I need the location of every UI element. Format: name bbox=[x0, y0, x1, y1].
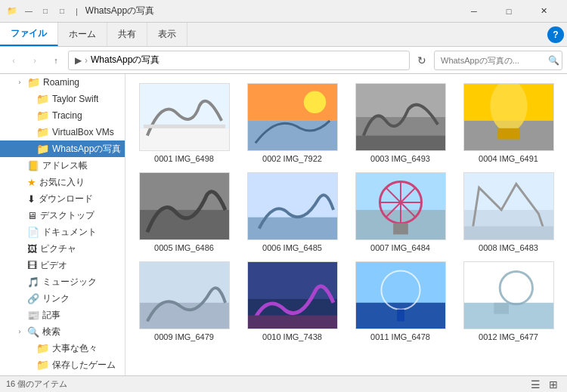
photo-label: 0011 IMG_6478 bbox=[370, 332, 430, 341]
folder-icon: 📁 bbox=[36, 342, 49, 354]
photo-item-0011[interactable]: 0011 IMG_6478 bbox=[348, 258, 453, 344]
svg-point-7 bbox=[303, 91, 326, 113]
sidebar-item-label: デスクトップ bbox=[40, 209, 94, 222]
photo-label: 0006 IMG_6485 bbox=[262, 243, 322, 252]
expand-icon bbox=[15, 211, 24, 220]
svg-rect-10 bbox=[356, 136, 445, 151]
sidebar-item-search[interactable]: › 🔍 検索 bbox=[0, 323, 125, 340]
expand-icon: › bbox=[15, 327, 24, 336]
star-icon: ★ bbox=[27, 177, 36, 188]
sidebar-item-articles[interactable]: 📰 記事 bbox=[0, 307, 125, 323]
close-button[interactable]: ✕ bbox=[526, 0, 561, 23]
search-input[interactable] bbox=[441, 56, 545, 65]
addressbook-icon: 📒 bbox=[27, 160, 39, 171]
sidebar-item-saved[interactable]: 📁 保存したゲーム bbox=[0, 357, 125, 373]
sidebar-item-pictures[interactable]: 🖼 ピクチャ bbox=[0, 240, 125, 257]
title-bar: 📁 — □ □ | WhatsAppの写真 ─ □ ✕ bbox=[0, 0, 567, 23]
tab-view[interactable]: 表示 bbox=[147, 23, 187, 46]
folder-icon: 📁 bbox=[6, 5, 18, 17]
svg-rect-35 bbox=[248, 262, 337, 299]
main-area: › 📁 Roaming 📁 Taylor Swift 📁 Tracing 📁 V… bbox=[0, 74, 567, 375]
photo-item-0005[interactable]: 0005 IMG_6486 bbox=[132, 169, 237, 255]
photo-thumbnail bbox=[247, 172, 338, 240]
sidebar-item-taylor-swift[interactable]: 📁 Taylor Swift bbox=[0, 91, 125, 107]
tab-file[interactable]: ファイル bbox=[0, 23, 58, 46]
sidebar-item-videos[interactable]: 🎞 ビデオ bbox=[0, 257, 125, 273]
dash-icon: — bbox=[23, 5, 35, 17]
photo-thumbnail bbox=[463, 261, 554, 329]
photo-item-0007[interactable]: 0007 IMG_6484 bbox=[348, 169, 453, 255]
photo-item-0010[interactable]: 0010 IMG_7438 bbox=[240, 258, 345, 344]
expand-icon bbox=[15, 227, 24, 236]
svg-rect-33 bbox=[140, 262, 229, 303]
picture-icon: 🖼 bbox=[27, 243, 37, 255]
svg-rect-28 bbox=[393, 224, 408, 235]
refresh-button[interactable]: ↻ bbox=[413, 51, 431, 69]
forward-button[interactable]: › bbox=[26, 51, 44, 69]
photo-item-0008[interactable]: 0008 IMG_6483 bbox=[456, 169, 561, 255]
sidebar-item-whatsapp[interactable]: 📁 WhatsAppの写真 bbox=[0, 140, 125, 157]
title-sep: | bbox=[76, 7, 78, 16]
photo-item-0006[interactable]: 0006 IMG_6485 bbox=[240, 169, 345, 255]
sidebar-item-label: 検索 bbox=[42, 326, 60, 338]
sidebar-item-misc[interactable]: 📁 大事な色々 bbox=[0, 340, 125, 357]
tab-share[interactable]: 共有 bbox=[107, 23, 147, 46]
sidebar-item-roaming[interactable]: › 📁 Roaming bbox=[0, 74, 125, 91]
photo-thumbnail bbox=[355, 83, 446, 151]
sidebar-item-label: ダウンロード bbox=[39, 193, 93, 205]
photo-item-0002[interactable]: 0002 IMG_7922 bbox=[240, 80, 345, 166]
svg-rect-38 bbox=[356, 262, 445, 303]
photo-thumbnail bbox=[139, 172, 230, 240]
sidebar-item-favorites[interactable]: ★ お気に入り bbox=[0, 174, 125, 190]
sidebar-item-address[interactable]: 📒 アドレス帳 bbox=[0, 157, 125, 174]
sidebar-item-label: WhatsAppの写真 bbox=[52, 143, 121, 156]
sidebar-item-desktop[interactable]: 🖥 デスクトップ bbox=[0, 207, 125, 224]
download-icon: ⬇ bbox=[27, 193, 36, 205]
sidebar-item-label: リンク bbox=[42, 292, 70, 305]
photo-item-0003[interactable]: 0003 IMG_6493 bbox=[348, 80, 453, 166]
desktop-icon: 🖥 bbox=[27, 210, 37, 221]
photo-thumbnail bbox=[139, 261, 230, 329]
sidebar-item-label: VirtualBox VMs bbox=[52, 127, 114, 137]
svg-rect-20 bbox=[248, 218, 337, 240]
sidebar-item-label: 大事な色々 bbox=[52, 342, 98, 355]
help-button[interactable]: ? bbox=[547, 26, 564, 43]
view-controls: ☰ ⊞ bbox=[528, 377, 561, 392]
grid-view-button[interactable]: ⊞ bbox=[546, 377, 561, 392]
search-box[interactable]: 🔍 bbox=[434, 51, 562, 70]
video-icon: 🎞 bbox=[27, 260, 37, 271]
sidebar-item-links[interactable]: 🔗 リンク bbox=[0, 290, 125, 307]
sidebar-item-music[interactable]: 🎵 ミュージック bbox=[0, 273, 125, 290]
svg-rect-41 bbox=[397, 310, 404, 322]
photo-thumbnail bbox=[247, 261, 338, 329]
expand-icon bbox=[24, 144, 33, 153]
sidebar-item-documents[interactable]: 📄 ドキュメント bbox=[0, 224, 125, 240]
photo-item-0012[interactable]: 0012 IMG_6477 bbox=[456, 258, 561, 344]
sidebar-item-virtualbox[interactable]: 📁 VirtualBox VMs bbox=[0, 124, 125, 140]
item-count: 16 個のアイテム bbox=[6, 378, 67, 390]
photo-thumbnail bbox=[355, 261, 446, 329]
sidebar-item-tracing[interactable]: 📁 Tracing bbox=[0, 107, 125, 124]
photo-item-0004[interactable]: 0004 IMG_6491 bbox=[456, 80, 561, 166]
tab-home[interactable]: ホーム bbox=[58, 23, 107, 46]
list-view-button[interactable]: ☰ bbox=[528, 377, 543, 392]
up-button[interactable]: ↑ bbox=[47, 51, 65, 69]
minimize-button[interactable]: ─ bbox=[457, 0, 491, 23]
sidebar-item-downloads[interactable]: ⬇ ダウンロード bbox=[0, 190, 125, 207]
photo-label: 0003 IMG_6493 bbox=[370, 154, 430, 163]
sidebar-item-label: Taylor Swift bbox=[52, 94, 98, 104]
photo-grid: 0001 IMG_6498 0002 IMG_7922 bbox=[125, 74, 567, 375]
expand-icon bbox=[15, 177, 24, 187]
svg-rect-36 bbox=[248, 316, 337, 329]
photo-item-0001[interactable]: 0001 IMG_6498 bbox=[132, 80, 237, 166]
link-icon: 🔗 bbox=[27, 293, 39, 304]
maximize-button[interactable]: □ bbox=[491, 0, 526, 23]
svg-rect-3 bbox=[143, 125, 225, 128]
back-button[interactable]: ‹ bbox=[5, 51, 23, 69]
sidebar-item-label: お気に入り bbox=[39, 176, 85, 189]
address-path[interactable]: ▶ › WhatsAppの写真 bbox=[68, 51, 410, 70]
sidebar-item-label: 保存したゲーム bbox=[52, 359, 116, 372]
sidebar-item-label: ピクチャ bbox=[40, 242, 76, 255]
photo-item-0009[interactable]: 0009 IMG_6479 bbox=[132, 258, 237, 344]
sidebar-item-label: Tracing bbox=[52, 110, 82, 121]
